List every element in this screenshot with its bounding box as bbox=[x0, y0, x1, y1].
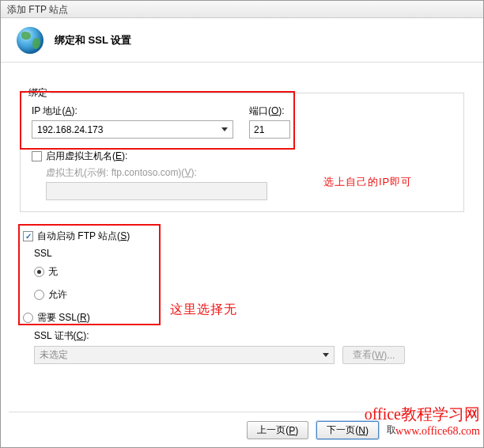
binding-legend: 绑定 bbox=[25, 86, 51, 100]
ssl-none-radio[interactable] bbox=[34, 267, 44, 277]
ip-label: IP 地址(A): bbox=[32, 104, 233, 118]
autostart-label: 自动启动 FTP 站点(S) bbox=[37, 230, 130, 243]
ip-address-dropdown[interactable]: 192.168.24.173 bbox=[32, 120, 233, 139]
window-titlebar: 添加 FTP 站点 bbox=[1, 1, 483, 18]
ssl-cert-value: 未选定 bbox=[40, 348, 68, 362]
page-title: 绑定和 SSL 设置 bbox=[55, 33, 131, 47]
watermark-url: www.office68.com bbox=[365, 424, 480, 439]
ssl-heading: SSL bbox=[34, 248, 464, 259]
vhost-checkbox-row: 启用虚拟主机名(E): bbox=[32, 150, 452, 163]
binding-row: IP 地址(A): 192.168.24.173 端口(O): bbox=[32, 104, 452, 139]
annotation-text-ip: 选上自己的IP即可 bbox=[323, 175, 412, 189]
dialog-window: 添加 FTP 站点 绑定和 SSL 设置 绑定 IP 地址(A): 192.16… bbox=[0, 0, 484, 448]
ssl-require-label: 需要 SSL(R) bbox=[37, 311, 90, 325]
enable-vhost-checkbox[interactable] bbox=[32, 151, 42, 161]
globe-icon bbox=[17, 27, 43, 54]
enable-vhost-label: 启用虚拟主机名(E): bbox=[46, 150, 127, 163]
vhost-name-input bbox=[46, 182, 267, 200]
port-input[interactable] bbox=[249, 120, 290, 139]
port-label: 端口(O): bbox=[249, 104, 290, 118]
prev-button[interactable]: 上一页(P) bbox=[247, 421, 308, 439]
ip-address-value: 192.168.24.173 bbox=[37, 124, 103, 135]
ssl-none-label: 无 bbox=[48, 265, 58, 279]
window-title: 添加 FTP 站点 bbox=[7, 4, 68, 15]
autostart-row: 自动启动 FTP 站点(S) bbox=[23, 230, 464, 243]
dialog-header: 绑定和 SSL 设置 bbox=[1, 18, 483, 63]
ssl-allow-row: 允许 bbox=[34, 288, 464, 302]
annotation-text-ssl: 这里选择无 bbox=[170, 302, 237, 318]
dialog-content: 绑定 IP 地址(A): 192.168.24.173 端口(O): bbox=[1, 63, 483, 364]
ssl-cert-row: 未选定 查看(W)... bbox=[34, 346, 464, 364]
ssl-options-group: 无 允许 bbox=[34, 265, 464, 302]
ssl-allow-label: 允许 bbox=[48, 288, 67, 302]
ssl-cert-dropdown[interactable]: 未选定 bbox=[34, 346, 335, 364]
ssl-none-row: 无 bbox=[34, 265, 464, 279]
watermark: office教程学习网 www.office68.com bbox=[365, 404, 480, 439]
autostart-checkbox[interactable] bbox=[23, 231, 33, 241]
ssl-require-radio[interactable] bbox=[23, 313, 33, 323]
ssl-cert-label: SSL 证书(C): bbox=[34, 329, 464, 343]
ssl-allow-radio[interactable] bbox=[34, 290, 44, 300]
chevron-down-icon bbox=[323, 353, 329, 357]
port-field-group: 端口(O): bbox=[249, 104, 290, 139]
binding-fieldset: 绑定 IP 地址(A): 192.168.24.173 端口(O): bbox=[20, 93, 464, 212]
view-cert-button: 查看(W)... bbox=[342, 346, 405, 364]
ip-field-group: IP 地址(A): 192.168.24.173 bbox=[32, 104, 233, 139]
ssl-require-row: 需要 SSL(R) bbox=[23, 311, 464, 325]
watermark-title: office教程学习网 bbox=[365, 404, 480, 424]
chevron-down-icon bbox=[221, 127, 228, 131]
